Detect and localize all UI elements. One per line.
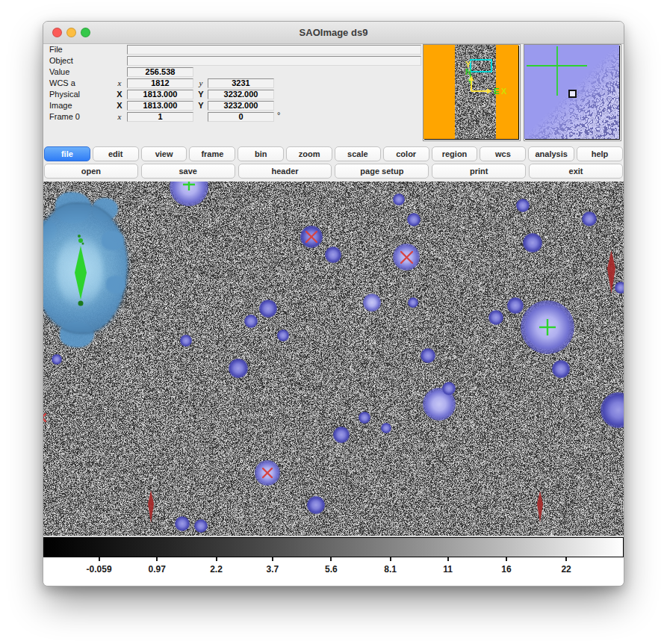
wcs-y-sublabel: y [195, 78, 207, 88]
star-blob [180, 335, 192, 347]
green-crosshair-marker [183, 182, 195, 193]
saturated-lobe [102, 231, 124, 250]
green-saturation-marker [69, 234, 92, 312]
x-marker [262, 468, 273, 481]
file-field[interactable] [127, 45, 421, 55]
file-menu-button-save[interactable]: save [141, 164, 235, 179]
menu-button-bin[interactable]: bin [238, 146, 284, 161]
image-y-sublabel: Y [195, 101, 207, 111]
image-markers-layer [43, 182, 624, 536]
menu-button-row: fileeditviewframebinzoomscalecolorregion… [44, 146, 623, 162]
menu-button-view[interactable]: view [141, 146, 187, 161]
file-menu-button-print[interactable]: print [432, 164, 526, 179]
x-marker [43, 412, 46, 425]
wcs-x-sublabel: x [114, 78, 125, 88]
x-marker [400, 251, 413, 267]
star-blob [408, 297, 418, 308]
saturated-lobe [106, 276, 125, 294]
menu-button-color[interactable]: color [383, 146, 429, 161]
object-field[interactable] [127, 56, 421, 66]
menu-button-file[interactable]: file [44, 146, 90, 161]
magnifier-panel[interactable] [524, 44, 621, 141]
colorbar-tick [330, 557, 332, 561]
green-crosshair-marker [539, 319, 556, 338]
file-label: File [49, 45, 63, 55]
colorbar-tick-label: 5.6 [325, 564, 338, 575]
physical-x-field[interactable]: 1813.000 [127, 90, 193, 99]
colorbar-tick [156, 557, 158, 561]
file-button-row: opensaveheaderpage setupprintexit [44, 164, 623, 179]
star-blob [523, 233, 542, 253]
star-blob [229, 359, 248, 378]
colorbar-tick-label: 8.1 [384, 564, 397, 575]
star-blob [175, 516, 190, 531]
star-blob [442, 382, 456, 395]
red-arrow-marker [536, 491, 544, 525]
star-blob [552, 360, 570, 378]
window-title: SAOImage ds9 [43, 22, 624, 43]
colorbar-tick-label: 16 [501, 564, 511, 575]
star-blob [333, 427, 350, 443]
file-menu-button-header[interactable]: header [238, 164, 332, 179]
colorbar-tick [216, 557, 217, 561]
magnifier-view [524, 45, 619, 139]
colorbar-tick [272, 557, 273, 561]
image-x-field[interactable]: 1813.000 [127, 101, 193, 111]
compass-x-label: X [501, 87, 507, 96]
menu-button-frame[interactable]: frame [189, 146, 235, 161]
frame-x-field[interactable]: 1 [127, 112, 193, 122]
menu-button-analysis[interactable]: analysis [528, 146, 574, 161]
red-arrow-marker [147, 490, 155, 526]
star-blob [421, 348, 435, 363]
file-menu-button-exit[interactable]: exit [529, 164, 623, 179]
colorbar-tick [99, 557, 100, 561]
colorbar-tick-label: 3.7 [267, 564, 279, 575]
menu-button-wcs[interactable]: wcs [480, 146, 526, 161]
menu-button-edit[interactable]: edit [93, 146, 139, 161]
colorbar-tick [506, 557, 507, 561]
colorbar-tick [565, 557, 567, 561]
colorbar-tick [447, 557, 449, 561]
colorbar-labels: -0.0590.972.23.75.68.1111622 [43, 557, 624, 586]
star-blob [363, 294, 381, 312]
star-blob [393, 193, 405, 205]
menu-button-help[interactable]: help [577, 146, 623, 161]
physical-y-field[interactable]: 3232.000 [208, 90, 274, 99]
wcs-y-field[interactable]: 3231 [208, 78, 274, 88]
file-menu-button-open[interactable]: open [44, 164, 138, 179]
wcs-x-field[interactable]: 1812 [127, 78, 193, 88]
star-blob [582, 211, 597, 226]
star-blob [52, 354, 62, 365]
panner-view: Y N E X [423, 45, 518, 139]
degree-symbol: ° [277, 111, 280, 120]
object-label: Object [49, 56, 73, 66]
star-blob [244, 315, 258, 328]
star-blob [381, 423, 391, 433]
frame-angle-field[interactable]: 0 [208, 112, 274, 122]
titlebar[interactable]: SAOImage ds9 [43, 22, 624, 44]
menu-button-scale[interactable]: scale [335, 146, 381, 161]
star-blob [407, 213, 421, 226]
image-y-field[interactable]: 3232.000 [208, 101, 274, 111]
frame-x-sublabel: x [114, 112, 125, 122]
value-field[interactable]: 256.538 [127, 67, 193, 77]
file-menu-button-page-setup[interactable]: page setup [335, 164, 429, 179]
value-label: Value [49, 67, 69, 77]
colorbar-tick [390, 557, 391, 561]
red-arrow-marker [606, 250, 616, 297]
menu-button-region[interactable]: region [432, 146, 478, 161]
panner-panel[interactable]: Y N E X [423, 44, 521, 141]
star-blob [259, 300, 277, 318]
magnifier-cursor-box [569, 90, 576, 97]
colorbar-gradient[interactable] [43, 537, 624, 557]
colorbar-tick-label: 22 [561, 564, 571, 575]
star-blob [488, 310, 503, 325]
star-blob [307, 496, 325, 514]
image-label: Image [49, 101, 72, 111]
star-blob [194, 519, 208, 533]
star-blob [325, 247, 341, 263]
x-marker [305, 231, 317, 246]
compass-e-label: E [494, 87, 499, 96]
image-display[interactable] [43, 182, 624, 536]
menu-button-zoom[interactable]: zoom [286, 146, 332, 161]
